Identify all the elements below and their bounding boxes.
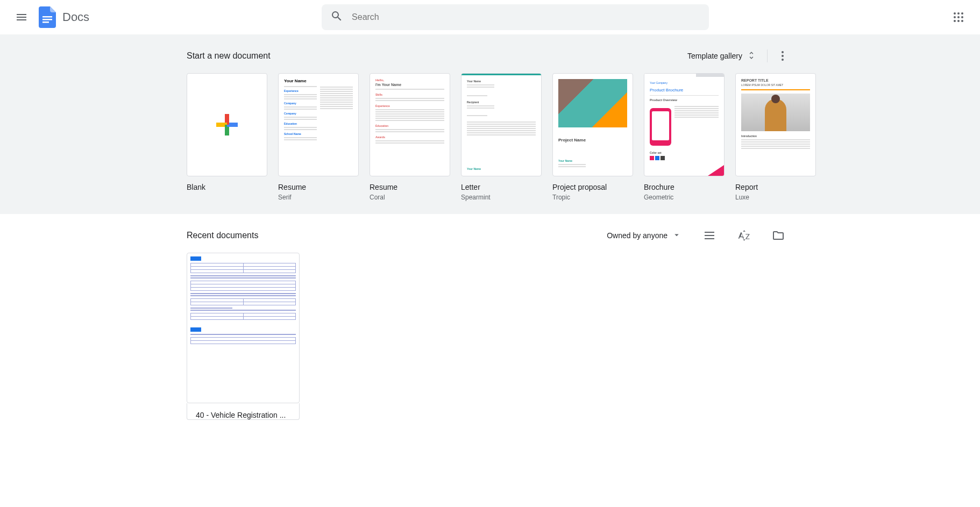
svg-point-5 [961,12,963,15]
template-project-proposal-tropic[interactable]: Project Name Your Name Project proposal … [552,73,633,201]
recent-header: Recent documents Owned by anyone [182,223,798,248]
sort-button[interactable] [733,225,755,246]
template-brochure-geometric[interactable]: Your Company Product Brochure Product Ov… [644,73,725,201]
svg-point-10 [957,20,960,22]
svg-point-13 [782,55,784,57]
svg-rect-15 [225,114,229,123]
svg-rect-2 [42,22,49,23]
divider [767,49,768,62]
docs-logo-icon [37,6,58,28]
template-title: Report [735,183,816,191]
template-row: Blank Your NameExperienceCompanyCompanyE… [182,73,798,201]
plus-icon [187,74,267,176]
template-title: Resume [370,183,450,191]
search-container [89,4,941,30]
folder-icon [772,229,785,242]
ownership-filter-label: Owned by anyone [607,231,667,240]
template-gallery-button[interactable]: Template gallery [681,46,763,66]
svg-rect-1 [42,19,52,20]
recent-section-title: Recent documents [187,231,258,240]
template-subtitle: Spearmint [461,194,542,201]
document-card[interactable]: 40 - Vehicle Registration ... [187,253,300,420]
apps-grid-icon [952,11,965,24]
template-resume-serif[interactable]: Your NameExperienceCompanyCompanyEducati… [278,73,359,201]
template-title: Project proposal [552,183,633,191]
svg-point-14 [782,59,784,61]
main-menu-button[interactable] [9,4,34,30]
svg-rect-17 [216,123,225,127]
template-title: Brochure [644,183,725,191]
template-subtitle: Tropic [552,194,633,201]
template-section: Start a new document Template gallery [0,34,980,214]
template-title: Blank [187,183,267,191]
template-gallery-label: Template gallery [687,52,742,60]
template-subtitle: Serif [278,194,359,201]
search-icon [330,10,343,25]
template-subtitle: Coral [370,194,450,201]
template-letter-spearmint[interactable]: Your Name Recipient Your Name Letter Spe… [461,73,542,201]
template-blank[interactable]: Blank [187,73,267,201]
svg-point-11 [961,20,963,22]
recent-section: Recent documents Owned by anyone [0,214,980,433]
recent-grid: 40 - Vehicle Registration ... [182,248,798,424]
svg-rect-23 [227,125,229,127]
search-bar[interactable] [322,4,709,30]
open-file-picker-button[interactable] [768,225,789,246]
header: Docs [0,0,980,34]
svg-point-12 [782,51,784,53]
ownership-filter-button[interactable]: Owned by anyone [602,226,686,246]
svg-rect-18 [229,123,238,127]
template-title: Letter [461,183,542,191]
dropdown-icon [672,230,681,241]
document-thumbnail [187,253,300,403]
svg-point-4 [957,12,960,15]
app-name: Docs [62,10,89,24]
svg-rect-0 [42,16,52,18]
svg-point-3 [954,12,956,15]
svg-rect-16 [225,127,229,135]
svg-point-7 [957,16,960,18]
template-resume-coral[interactable]: Hello, I'm Your Name Skills Experience E… [370,73,450,201]
sort-az-icon [737,229,750,242]
document-title: 40 - Vehicle Registration ... [196,411,290,419]
template-report-luxe[interactable]: REPORT TITLE LOREM IPSUM DOLOR SIT AMET … [735,73,816,201]
svg-point-6 [954,16,956,18]
template-subtitle: Geometric [644,194,725,201]
hamburger-icon [15,11,28,24]
list-view-button[interactable] [699,225,720,246]
svg-rect-20 [225,123,227,125]
template-subtitle: Luxe [735,194,816,201]
svg-rect-22 [225,125,227,127]
template-title: Resume [278,183,359,191]
google-apps-button[interactable] [946,4,971,30]
svg-point-8 [961,16,963,18]
template-header: Start a new document Template gallery [182,43,798,69]
template-more-button[interactable] [772,45,793,67]
svg-rect-21 [227,123,229,125]
svg-point-9 [954,20,956,22]
unfold-icon [747,51,756,62]
list-view-icon [703,229,716,242]
search-input[interactable] [352,12,700,22]
app-logo[interactable]: Docs [37,6,89,28]
template-section-title: Start a new document [187,51,271,61]
more-vert-icon [776,49,789,62]
